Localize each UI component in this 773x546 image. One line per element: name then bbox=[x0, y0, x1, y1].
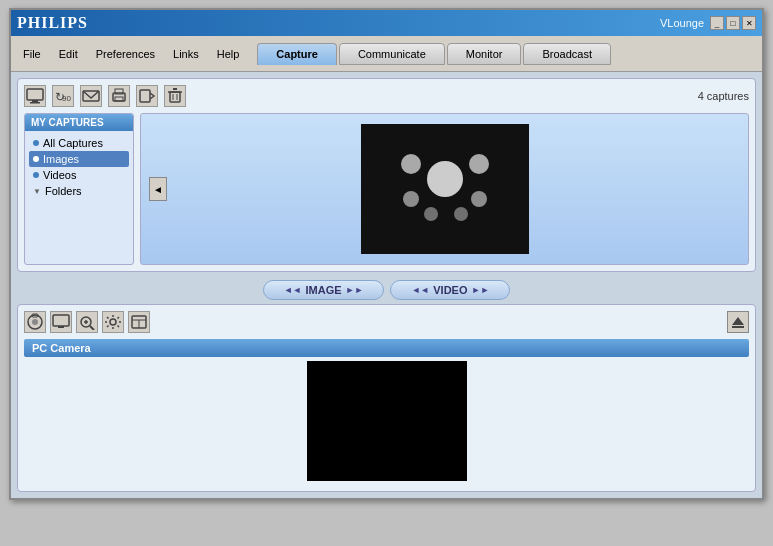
svg-line-29 bbox=[90, 326, 94, 330]
nav-tabs: Capture Communicate Monitor Broadcast bbox=[257, 43, 611, 65]
captures-toolbar: ↻ 90 bbox=[24, 85, 749, 107]
bullet-images bbox=[33, 156, 39, 162]
title-bar: PHILIPS VLounge _ □ ✕ bbox=[11, 10, 762, 36]
svg-rect-37 bbox=[732, 326, 744, 328]
camera-title: PC Camera bbox=[24, 339, 749, 357]
capture-count: 4 captures bbox=[698, 90, 749, 102]
image-tab-left-arrow: ◄◄ bbox=[284, 285, 302, 295]
philips-logo: PHILIPS bbox=[17, 14, 88, 32]
rotate-icon-button[interactable]: ↻ 90 bbox=[52, 85, 74, 107]
zoom-in-icon-button[interactable] bbox=[76, 311, 98, 333]
print-icon-button[interactable] bbox=[108, 85, 130, 107]
captures-body: MY CAPTURES All Captures Images Videos bbox=[24, 113, 749, 265]
svg-point-24 bbox=[32, 319, 38, 325]
tab-capture[interactable]: Capture bbox=[257, 43, 337, 65]
captures-panel: ↻ 90 bbox=[17, 78, 756, 272]
camera-view bbox=[307, 361, 467, 481]
svg-point-17 bbox=[401, 154, 421, 174]
maximize-button[interactable]: □ bbox=[726, 16, 740, 30]
image-area: ◄ bbox=[140, 113, 749, 265]
sidebar-item-images[interactable]: Images bbox=[29, 151, 129, 167]
svg-rect-10 bbox=[170, 92, 180, 102]
camera-toolbar bbox=[24, 311, 749, 333]
menu-file[interactable]: File bbox=[15, 45, 49, 63]
video-tab-button[interactable]: ◄◄ VIDEO ►► bbox=[390, 280, 510, 300]
extra-icon-button[interactable] bbox=[128, 311, 150, 333]
svg-text:90: 90 bbox=[62, 94, 71, 103]
sidebar-item-folders[interactable]: ▼ Folders bbox=[29, 183, 129, 199]
minimize-button[interactable]: _ bbox=[710, 16, 724, 30]
menu-preferences[interactable]: Preferences bbox=[88, 45, 163, 63]
sidebar-item-videos[interactable]: Videos bbox=[29, 167, 129, 183]
image-svg bbox=[361, 124, 529, 254]
tab-row: ◄◄ IMAGE ►► ◄◄ VIDEO ►► bbox=[17, 280, 756, 300]
svg-point-21 bbox=[424, 207, 438, 221]
svg-rect-0 bbox=[27, 89, 43, 100]
window-title: VLounge bbox=[660, 17, 704, 29]
nav-prev-button[interactable]: ◄ bbox=[149, 177, 167, 201]
svg-rect-2 bbox=[30, 102, 40, 104]
svg-rect-1 bbox=[32, 100, 38, 102]
svg-rect-26 bbox=[53, 315, 69, 326]
svg-point-20 bbox=[471, 191, 487, 207]
logo-area: PHILIPS bbox=[17, 14, 88, 32]
svg-rect-27 bbox=[58, 326, 64, 328]
sidebar-title: MY CAPTURES bbox=[25, 114, 133, 131]
settings-icon-button[interactable] bbox=[102, 311, 124, 333]
sidebar-label-folders: Folders bbox=[45, 185, 82, 197]
delete-icon-button[interactable] bbox=[164, 85, 186, 107]
title-right: VLounge _ □ ✕ bbox=[660, 16, 756, 30]
close-button[interactable]: ✕ bbox=[742, 16, 756, 30]
export-icon-button[interactable] bbox=[136, 85, 158, 107]
eject-button[interactable] bbox=[727, 311, 749, 333]
tab-broadcast[interactable]: Broadcast bbox=[523, 43, 611, 65]
menu-help[interactable]: Help bbox=[209, 45, 248, 63]
captured-image bbox=[361, 124, 529, 254]
monitor-icon-button[interactable] bbox=[24, 85, 46, 107]
tab-monitor[interactable]: Monitor bbox=[447, 43, 522, 65]
menu-links[interactable]: Links bbox=[165, 45, 207, 63]
display-icon-button[interactable] bbox=[50, 311, 72, 333]
main-content: ↻ 90 bbox=[11, 72, 762, 498]
window-controls: _ □ ✕ bbox=[710, 16, 756, 30]
svg-point-16 bbox=[427, 161, 463, 197]
camera-capture-icon-button[interactable] bbox=[24, 311, 46, 333]
sidebar-label-all: All Captures bbox=[43, 137, 103, 149]
menu-bar: File Edit Preferences Links Help Capture… bbox=[11, 36, 762, 72]
image-tab-right-arrow: ►► bbox=[346, 285, 364, 295]
menu-edit[interactable]: Edit bbox=[51, 45, 86, 63]
mail-icon-button[interactable] bbox=[80, 85, 102, 107]
image-tab-button[interactable]: ◄◄ IMAGE ►► bbox=[263, 280, 385, 300]
video-tab-right-arrow: ►► bbox=[471, 285, 489, 295]
main-window: PHILIPS VLounge _ □ ✕ File Edit Preferen… bbox=[9, 8, 764, 500]
svg-point-18 bbox=[469, 154, 489, 174]
svg-marker-36 bbox=[732, 317, 744, 325]
video-tab-label: VIDEO bbox=[433, 284, 467, 296]
sidebar-label-videos: Videos bbox=[43, 169, 76, 181]
video-tab-left-arrow: ◄◄ bbox=[411, 285, 429, 295]
image-tab-label: IMAGE bbox=[306, 284, 342, 296]
sidebar-item-all[interactable]: All Captures bbox=[29, 135, 129, 151]
menu-items: File Edit Preferences Links Help bbox=[15, 45, 247, 63]
svg-point-32 bbox=[110, 319, 116, 325]
sidebar-label-images: Images bbox=[43, 153, 79, 165]
svg-point-19 bbox=[403, 191, 419, 207]
bullet-videos bbox=[33, 172, 39, 178]
svg-rect-9 bbox=[140, 90, 150, 102]
bullet-all bbox=[33, 140, 39, 146]
captures-sidebar: MY CAPTURES All Captures Images Videos bbox=[24, 113, 134, 265]
svg-point-22 bbox=[454, 207, 468, 221]
arrow-folders: ▼ bbox=[33, 187, 41, 196]
tab-communicate[interactable]: Communicate bbox=[339, 43, 445, 65]
camera-panel: PC Camera bbox=[17, 304, 756, 492]
